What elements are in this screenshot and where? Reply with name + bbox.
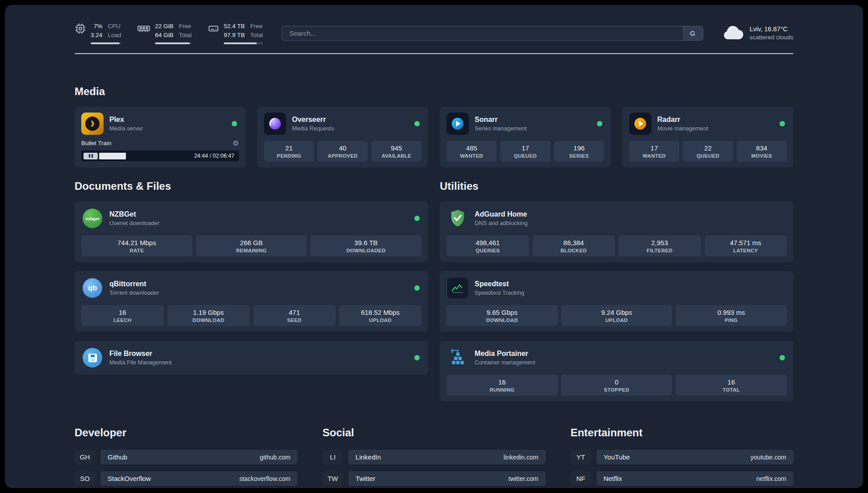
card-qbittorrent[interactable]: qb qBittorrent Torrent downloader 16 bbox=[75, 271, 428, 332]
section-title-utilities: Utilities bbox=[440, 180, 793, 192]
stat-box: 39.6 TB DOWNLOADED bbox=[310, 235, 421, 256]
stat-box: 17 WANTED bbox=[629, 141, 679, 162]
stat-label: QUERIES bbox=[448, 248, 527, 253]
service-name: NZBGet bbox=[109, 210, 409, 218]
stats-row: 9.65 Gbps DOWNLOAD 9.24 Gbps UPLOAD 0.99… bbox=[447, 305, 787, 326]
cpu-widget: 7% 3.24 CPU Load bbox=[75, 22, 121, 44]
stat-box: 22 QUEUED bbox=[683, 141, 733, 162]
stat-value: 9.24 Gbps bbox=[563, 309, 671, 316]
service-description: Series management bbox=[475, 125, 591, 132]
service-description: Media Requests bbox=[292, 125, 409, 132]
app-window: 7% 3.24 CPU Load bbox=[5, 5, 863, 488]
card-header: File Browser Media File Management bbox=[81, 347, 421, 369]
service-description: Usenet downloader bbox=[109, 220, 409, 226]
bookmark-stackoverflow[interactable]: SO StackOverflow stackoverflow.com bbox=[75, 471, 297, 486]
card-header: Radarr Movie management bbox=[629, 113, 787, 135]
stat-label: DOWNLOAD bbox=[448, 318, 556, 323]
card-radarr[interactable]: Radarr Movie management 17 WANTED 22 QUE… bbox=[622, 107, 793, 167]
now-playing-title: Bullet Train bbox=[81, 140, 112, 146]
stat-label: FILTERED bbox=[620, 248, 699, 253]
stat-box: 16 LEECH bbox=[81, 305, 164, 326]
section-utilities: Utilities bbox=[440, 180, 793, 401]
bookmark-linkedin[interactable]: LI LinkedIn linkedin.com bbox=[322, 450, 545, 464]
memory-free-value: 22 GiB bbox=[155, 22, 173, 31]
bookmark-url: netflix.com bbox=[756, 475, 786, 482]
stats-row: 21 PENDING 40 APPROVED 945 AVAILABLE bbox=[264, 141, 421, 162]
cpu-usage-value: 7% bbox=[91, 22, 102, 31]
weather-location: Lviv, 16.87°C bbox=[750, 25, 793, 33]
stats-row: 16 RUNNING 0 STOPPED 16 TOTAL bbox=[447, 375, 787, 396]
stat-box: 86,384 BLOCKED bbox=[533, 235, 615, 256]
service-name: Media Portainer bbox=[475, 350, 774, 358]
stat-label: APPROVED bbox=[319, 153, 366, 159]
bookmark-name: Github bbox=[108, 453, 127, 461]
pause-button[interactable] bbox=[83, 153, 98, 159]
stat-value: 17 bbox=[502, 144, 548, 152]
card-filebrowser[interactable]: File Browser Media File Management bbox=[75, 341, 428, 375]
service-description: DNS and adblocking bbox=[475, 220, 787, 226]
cpu-label: CPU bbox=[108, 22, 121, 31]
disk-icon bbox=[208, 23, 219, 34]
stat-value: 485 bbox=[448, 144, 495, 152]
memory-total-label: Total bbox=[179, 31, 192, 40]
bookmark-youtube[interactable]: YT YouTube youtube.com bbox=[571, 450, 793, 464]
section-title-documents: Documents & Files bbox=[75, 180, 428, 192]
bookmark-netflix[interactable]: NF Netflix netflix.com bbox=[571, 471, 793, 486]
bookmark-abbr: GH bbox=[75, 450, 95, 464]
stat-value: 47.571 ms bbox=[706, 239, 785, 246]
stat-label: UPLOAD bbox=[563, 318, 671, 323]
bookmark-github[interactable]: GH Github github.com bbox=[75, 450, 297, 464]
memory-icon bbox=[137, 23, 150, 34]
search-bar[interactable]: G bbox=[282, 26, 703, 41]
stat-label: PENDING bbox=[266, 153, 312, 159]
service-name: Radarr bbox=[657, 116, 774, 124]
search-input[interactable] bbox=[282, 26, 683, 41]
card-header: AdGuard Home DNS and adblocking bbox=[447, 207, 787, 230]
stats-row: 17 WANTED 22 QUEUED 834 MOVIES bbox=[629, 141, 787, 162]
bookmark-name: LinkedIn bbox=[355, 453, 381, 461]
stat-value: 16 bbox=[83, 309, 162, 316]
stat-box: 618.52 Mbps UPLOAD bbox=[339, 305, 422, 326]
service-description: Media server bbox=[109, 125, 226, 132]
bookmark-name: Netflix bbox=[604, 475, 622, 482]
stat-value: 266 GB bbox=[198, 239, 305, 246]
section-documents: Documents & Files nzbget NZBGet Usenet d… bbox=[75, 180, 428, 401]
bookmark-group-title: Developer bbox=[75, 426, 297, 439]
status-dot bbox=[414, 285, 420, 291]
memory-widget: 22 GiB 64 GiB Free Total bbox=[137, 22, 192, 44]
stat-box: 47.571 ms LATENCY bbox=[705, 235, 787, 256]
stat-label: UPLOAD bbox=[341, 318, 420, 323]
card-sonarr[interactable]: Sonarr Series management 485 WANTED 17 Q… bbox=[440, 107, 611, 167]
stats-row: 744.21 Mbps RATE 266 GB REMAINING 39.6 T… bbox=[81, 235, 421, 256]
section-media: Media Plex Media server bbox=[75, 85, 793, 167]
status-dot bbox=[414, 355, 420, 360]
adguard-icon bbox=[447, 207, 469, 230]
plex-now-playing: Bullet Train ⚙ 24:44 / 02:06:47 bbox=[81, 139, 239, 161]
stat-label: DOWNLOADED bbox=[312, 248, 420, 253]
stat-box: 744.21 Mbps RATE bbox=[81, 235, 192, 256]
card-plex[interactable]: Plex Media server Bullet Train ⚙ bbox=[75, 107, 246, 167]
service-name: qBittorrent bbox=[109, 280, 409, 288]
card-overseerr[interactable]: Overseerr Media Requests 21 PENDING 40 A… bbox=[257, 107, 428, 167]
card-speedtest[interactable]: Speedtest Speedtest Tracking 9.65 Gbps D… bbox=[440, 271, 793, 332]
status-dot bbox=[780, 355, 785, 360]
bookmark-url: github.com bbox=[260, 454, 290, 461]
stat-label: BLOCKED bbox=[534, 248, 613, 253]
cloud-icon bbox=[722, 25, 744, 41]
search-engine-button[interactable]: G bbox=[683, 26, 703, 41]
card-portainer[interactable]: Media Portainer Container management 16 … bbox=[440, 341, 793, 401]
bookmark-url: stackoverflow.com bbox=[239, 475, 290, 482]
card-adguard[interactable]: AdGuard Home DNS and adblocking 498,461 … bbox=[440, 201, 793, 262]
stat-value: 0.993 ms bbox=[677, 309, 785, 316]
status-dot bbox=[414, 121, 420, 126]
gear-icon[interactable]: ⚙ bbox=[233, 139, 239, 147]
cpu-usage-bar bbox=[91, 42, 121, 44]
bookmark-name: YouTube bbox=[604, 453, 630, 461]
stat-box: 945 AVAILABLE bbox=[371, 141, 421, 162]
bookmark-twitter[interactable]: TW Twitter twitter.com bbox=[322, 471, 545, 486]
card-nzbget[interactable]: nzbget NZBGet Usenet downloader 744.21 M… bbox=[75, 201, 428, 262]
bookmark-url: youtube.com bbox=[751, 454, 786, 461]
status-dot bbox=[232, 121, 237, 126]
disk-total-label: Total bbox=[250, 31, 263, 40]
weather-condition: scattered clouds bbox=[750, 34, 793, 41]
